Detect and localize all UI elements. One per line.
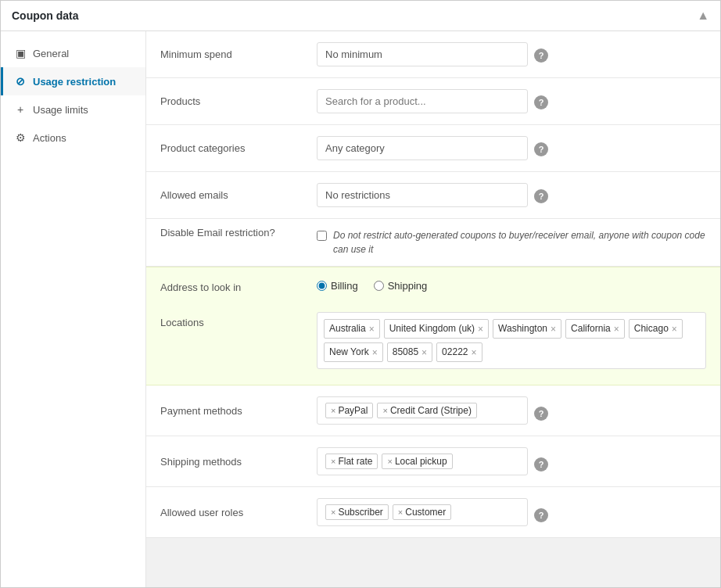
product-categories-label: Product categories xyxy=(160,142,245,154)
tag-paypal: × PayPal xyxy=(325,403,373,418)
sidebar-label-actions: Actions xyxy=(33,132,66,144)
tag-customer-remove[interactable]: × xyxy=(398,507,403,517)
tag-washington: Washington × xyxy=(493,319,561,339)
tag-california-label: California xyxy=(571,321,611,336)
minimum-spend-label: Minimum spend xyxy=(160,48,232,60)
address-to-look-in-row: Address to look in Billing Shipping xyxy=(146,267,720,303)
tag-subscriber-label: Subscriber xyxy=(338,507,382,518)
allowed-user-roles-input[interactable]: × Subscriber × Customer xyxy=(317,498,528,526)
tag-flat-rate: × Flat rate xyxy=(325,454,378,469)
sidebar-item-actions[interactable]: ⚙ Actions xyxy=(1,124,145,152)
tag-02222: 02222 × xyxy=(436,342,482,362)
shipping-methods-input[interactable]: × Flat rate × Local pickup xyxy=(317,447,528,475)
products-input[interactable] xyxy=(317,89,528,113)
sidebar-item-usage-limits[interactable]: + Usage limits xyxy=(1,95,145,124)
allowed-emails-help-icon[interactable]: ? xyxy=(534,189,548,203)
allowed-emails-input[interactable] xyxy=(317,183,528,207)
tag-credit-card: × Credit Card (Stripe) xyxy=(377,403,476,418)
shipping-methods-help-icon[interactable]: ? xyxy=(534,457,548,471)
sidebar-item-general[interactable]: ▣ General xyxy=(1,39,145,67)
minimum-spend-field: ? xyxy=(317,42,706,66)
actions-icon: ⚙ xyxy=(14,131,27,144)
disable-email-description: Do not restrict auto-generated coupons t… xyxy=(333,228,706,256)
product-categories-input[interactable] xyxy=(317,136,528,160)
products-row: Products ? xyxy=(146,78,720,125)
tag-flat-rate-remove[interactable]: × xyxy=(331,457,335,466)
allowed-user-roles-row: Allowed user roles × Subscriber xyxy=(146,487,720,538)
tag-washington-label: Washington xyxy=(498,321,547,336)
tag-flat-rate-label: Flat rate xyxy=(338,456,372,467)
tag-new-york-remove[interactable]: × xyxy=(372,348,378,357)
disable-email-field: Do not restrict auto-generated coupons t… xyxy=(317,228,706,256)
allowed-emails-row: Allowed emails ? xyxy=(146,172,720,219)
tag-united-kingdom-label: United Kingdom (uk) xyxy=(389,321,475,336)
shipping-methods-field: × Flat rate × Local pickup ? xyxy=(317,447,706,475)
disable-email-label: Disable Email restriction? xyxy=(160,227,275,238)
product-categories-row: Product categories ? xyxy=(146,125,720,172)
tag-credit-card-remove[interactable]: × xyxy=(382,406,387,415)
sidebar: ▣ General ⊘ Usage restriction + Usage li… xyxy=(1,31,146,587)
allowed-user-roles-help-icon[interactable]: ? xyxy=(534,508,548,522)
locations-row: Locations Australia × United Kingdom (uk… xyxy=(146,303,720,385)
allowed-user-roles-field: × Subscriber × Customer ? xyxy=(317,498,706,526)
limits-icon: + xyxy=(14,103,27,116)
collapse-icon[interactable]: ▲ xyxy=(697,9,709,23)
locations-field[interactable]: Australia × United Kingdom (uk) × Washin… xyxy=(317,312,706,369)
tag-local-pickup-label: Local pickup xyxy=(395,456,447,467)
address-to-look-in-value: Billing Shipping xyxy=(317,277,706,292)
payment-methods-input[interactable]: × PayPal × Credit Card (Stripe) xyxy=(317,396,528,425)
tag-australia-label: Australia xyxy=(329,321,366,336)
tag-california: California × xyxy=(565,319,625,339)
tag-subscriber-remove[interactable]: × xyxy=(331,507,335,517)
tag-customer-label: Customer xyxy=(405,507,446,518)
payment-methods-help-icon[interactable]: ? xyxy=(534,407,548,421)
products-help-icon[interactable]: ? xyxy=(534,95,548,109)
products-field: ? xyxy=(317,89,706,113)
address-radio-group: Billing Shipping xyxy=(317,277,706,292)
tag-subscriber: × Subscriber xyxy=(325,504,389,520)
shipping-radio[interactable] xyxy=(374,281,384,291)
tag-85085: 85085 × xyxy=(387,342,432,362)
tag-credit-card-label: Credit Card (Stripe) xyxy=(390,405,472,416)
sidebar-label-usage-restriction: Usage restriction xyxy=(33,76,116,88)
minimum-spend-input[interactable] xyxy=(317,42,528,66)
billing-radio-option[interactable]: Billing xyxy=(317,280,358,292)
sidebar-item-usage-restriction[interactable]: ⊘ Usage restriction xyxy=(1,67,145,95)
locations-label: Locations xyxy=(160,312,317,328)
products-label: Products xyxy=(160,95,200,107)
locations-value: Australia × United Kingdom (uk) × Washin… xyxy=(317,312,706,369)
tag-chicago: Chicago × xyxy=(629,319,683,339)
minimum-spend-row: Minimum spend ? xyxy=(146,31,720,78)
main-content: Minimum spend ? xyxy=(146,31,720,587)
tag-new-york: New York × xyxy=(324,342,383,362)
minimum-spend-help-icon[interactable]: ? xyxy=(534,48,548,63)
product-categories-help-icon[interactable]: ? xyxy=(534,142,548,156)
tag-australia-remove[interactable]: × xyxy=(369,324,375,334)
payment-methods-label: Payment methods xyxy=(160,405,242,417)
tag-united-kingdom-remove[interactable]: × xyxy=(478,324,483,334)
sidebar-label-usage-limits: Usage limits xyxy=(33,104,88,116)
billing-radio[interactable] xyxy=(317,281,327,291)
billing-label: Billing xyxy=(331,280,358,292)
tag-california-remove[interactable]: × xyxy=(614,324,619,334)
tag-washington-remove[interactable]: × xyxy=(551,324,556,334)
address-section: Address to look in Billing Shipping xyxy=(146,267,720,385)
tag-paypal-remove[interactable]: × xyxy=(331,406,335,415)
tag-02222-remove[interactable]: × xyxy=(471,348,476,357)
shipping-label: Shipping xyxy=(388,280,428,292)
tag-02222-label: 02222 xyxy=(442,345,468,360)
title-bar: Coupon data ▲ xyxy=(1,1,720,31)
tag-local-pickup: × Local pickup xyxy=(382,454,452,469)
product-categories-field: ? xyxy=(317,136,706,160)
tag-local-pickup-remove[interactable]: × xyxy=(387,457,392,466)
sidebar-label-general: General xyxy=(33,48,69,59)
window-title: Coupon data xyxy=(12,9,79,22)
tag-85085-remove[interactable]: × xyxy=(421,348,427,357)
tag-chicago-remove[interactable]: × xyxy=(672,324,677,334)
general-icon: ▣ xyxy=(14,47,27,59)
payment-methods-row: Payment methods × PayPal xyxy=(146,385,720,436)
shipping-radio-option[interactable]: Shipping xyxy=(374,280,428,292)
tag-paypal-label: PayPal xyxy=(338,405,368,416)
disable-email-checkbox[interactable] xyxy=(317,231,327,241)
disable-email-row: Disable Email restriction? Do not restri… xyxy=(146,219,720,267)
